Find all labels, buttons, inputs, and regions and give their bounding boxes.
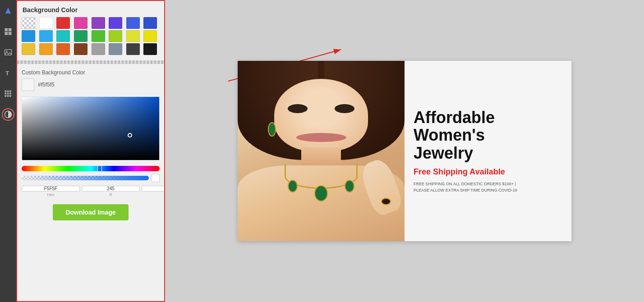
svg-rect-14 [7,95,9,97]
banner-small-text-line2: PLEASE ALLOW EXTRA SHIP TIME DURING COVI… [414,188,560,194]
swatch-brown[interactable] [74,43,87,55]
swatch-green[interactable] [74,30,87,42]
hex-label: Hex [47,192,54,197]
svg-rect-10 [5,93,7,95]
necklace-center-gem [314,185,328,201]
banner-image-side [238,61,405,241]
divider [17,60,164,64]
alpha-preview-box [152,174,160,182]
left-toolbar: T [0,0,16,302]
panel-title: Background Color [17,1,164,17]
svg-rect-9 [9,91,11,92]
swatch-gray[interactable] [92,43,105,55]
pattern-icon[interactable] [2,87,14,100]
swatch-lime[interactable] [92,30,105,42]
lips [296,133,346,142]
r-input-group: R [82,186,140,197]
banner-small-text-line1: FREE SHIPPING ON ALL DOMESTIC ORDERS $10… [414,181,560,188]
svg-rect-12 [9,93,11,95]
swatch-black[interactable] [143,43,157,55]
color-gradient-area[interactable] [22,97,159,160]
opacity-bar[interactable] [22,176,149,180]
g-input[interactable] [142,186,165,192]
color-picker-handle[interactable] [128,133,132,137]
banner-main-title: Affordable Women's Jewelry [414,109,560,162]
contrast-icon[interactable] [2,108,14,121]
swatch-light-blue[interactable] [22,30,35,42]
swatch-violet[interactable] [109,17,122,29]
swatch-blue-gray[interactable] [109,43,122,55]
swatch-transparent[interactable] [22,17,35,29]
swatch-gold[interactable] [22,43,35,55]
hue-spectrum-bar[interactable] [22,166,160,171]
color-inputs-row: Hex R G B A [17,185,164,200]
background-color-panel: Background Color Custom Background Color [16,0,165,302]
swatch-blue[interactable] [126,17,140,29]
svg-rect-4 [5,50,12,55]
logo-icon[interactable] [2,5,14,17]
download-btn-row: Download Image [17,200,164,228]
swatch-yellow[interactable] [126,30,140,42]
custom-bg-section: Custom Background Color #f5f5f5 [17,66,164,96]
image-icon[interactable] [2,46,14,59]
hex-input[interactable] [22,186,80,192]
color-swatches-grid [17,17,164,59]
left-eye [288,104,308,113]
swatch-red[interactable] [56,17,70,29]
svg-rect-11 [7,93,9,95]
svg-text:T: T [5,70,9,77]
swatch-teal[interactable] [56,30,70,42]
svg-rect-2 [5,32,8,35]
swatch-dark-gray[interactable] [126,43,140,55]
svg-point-5 [6,50,8,52]
main-canvas: Affordable Women's Jewelry Free Shipping… [165,0,644,302]
swatch-bright-yellow[interactable] [143,30,157,42]
swatch-purple[interactable] [92,17,105,29]
svg-rect-15 [9,95,11,97]
custom-color-hex-text: #f5f5f5 [38,82,55,88]
spectrum-handle[interactable] [97,165,102,172]
r-label: R [109,192,112,197]
color-picker[interactable] [22,96,160,160]
necklace-left-gem [288,180,298,192]
hex-input-group: Hex [22,186,80,197]
grid-icon[interactable] [2,25,14,38]
custom-bg-label: Custom Background Color [22,69,160,76]
opacity-bar-overlay [22,176,149,180]
svg-rect-8 [7,91,9,92]
banner-text-side: Affordable Women's Jewelry Free Shipping… [405,61,571,241]
g-input-group: G [142,186,165,197]
text-icon[interactable]: T [2,67,14,79]
right-eye [335,104,354,113]
banner-subtitle: Free Shipping Available [414,167,560,177]
download-image-button[interactable]: Download Image [53,204,128,220]
svg-rect-7 [5,91,7,92]
swatch-sky-blue[interactable] [39,30,53,42]
svg-rect-0 [5,28,8,32]
swatch-dark-orange[interactable] [56,43,70,55]
swatch-pink[interactable] [74,17,87,29]
svg-rect-13 [5,95,7,97]
swatch-white[interactable] [39,17,53,29]
necklace-right-gem [345,180,354,192]
swatch-yellow-green[interactable] [109,30,122,42]
svg-rect-1 [9,28,12,32]
swatch-orange[interactable] [39,43,53,55]
r-input[interactable] [82,186,140,192]
banner-container: Affordable Women's Jewelry Free Shipping… [238,61,571,241]
opacity-alpha-row [17,173,164,185]
swatch-dark-blue[interactable] [143,17,157,29]
custom-color-preview[interactable] [22,78,34,91]
left-earring [268,122,276,137]
custom-color-display: #f5f5f5 [22,78,160,91]
svg-rect-3 [9,32,12,35]
